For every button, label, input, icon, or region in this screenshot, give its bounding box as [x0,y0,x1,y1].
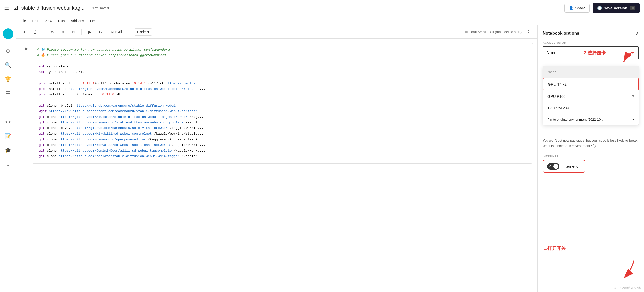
separator-2 [81,29,82,35]
arrow-annotation-1 [614,258,636,284]
code-comment-2: # 🔥 Please join our discord server https… [37,53,166,57]
content-area: + 🗑 ✂ ⧉ ⧉ ▶ ⏭ [16,25,644,292]
sidebar-icon-table[interactable]: ☰ [4,89,13,98]
code-pip-3: !pip [37,93,45,96]
panel-title: Notebook options [543,31,579,36]
dropdown-gpu-p100[interactable]: GPU P100 ▾ [543,90,639,102]
main-layout: + ⊕ 🔍 🏆 ☰ ⑂ <> 📝 🎓 ⌄ + 🗑 ✂ [0,25,644,292]
menu-view[interactable]: View [44,19,52,23]
dropdown-none[interactable]: None [543,66,639,78]
panel-header: Notebook options ∧ [543,30,639,36]
internet-status-text: Internet on [562,164,581,168]
code-git-4: !git [37,126,45,130]
menu-help[interactable]: Help [90,19,98,23]
menu-file[interactable]: File [20,19,26,23]
menubar: File Edit View Run Add-ons Help [0,16,644,25]
code-apt-2: !apt [37,70,45,74]
menu-icon[interactable]: ☰ [4,5,9,11]
accelerator-label: ACCELERATOR [543,41,639,44]
left-sidebar: + ⊕ 🔍 🏆 ☰ ⑂ <> 📝 🎓 ⌄ [0,25,16,292]
chevron-down-icon: ▾ [147,30,149,34]
session-dot [465,31,468,33]
menu-edit[interactable]: Edit [32,19,38,23]
paste-button[interactable]: ⧉ [70,29,77,35]
internet-toggle[interactable]: ✓ [547,163,559,170]
code-comment-1: # 🐦 Please follow me for new updates htt… [37,48,170,52]
share-button[interactable]: 👤 Share [564,4,590,13]
play-button[interactable]: ▶ [86,29,93,35]
sidebar-icon-branch[interactable]: ⑂ [4,103,13,112]
checkmark-icon: ✓ [549,164,551,168]
run-all-button[interactable]: Run All [108,29,125,35]
cell-run-button[interactable]: ▶ [23,46,29,52]
code-git-5: !git [37,132,45,136]
copy-button[interactable]: ⧉ [59,29,66,35]
code-git-9: !git [37,154,45,158]
code-wget: !wget [37,109,47,113]
separator-3 [129,29,129,35]
dropdown-pin-env[interactable]: Pin to original environment (2022-10-...… [543,114,639,125]
chevron-down-icon-p100: ▾ [632,94,634,99]
annotation-1-label: 1.打开开关 [544,245,566,251]
menu-addons[interactable]: Add-ons [71,19,84,23]
person-icon: 👤 [569,6,574,10]
add-code-button[interactable]: + [21,29,28,35]
accelerator-select[interactable]: None 2.选择显卡 ▼ [543,46,639,59]
plus-icon: + [6,30,10,37]
sidebar-icon-learn[interactable]: 🎓 [4,146,13,155]
chevron-down-icon: ▼ [631,51,635,55]
environment-info-text: You won't get new packages, but your cod… [543,138,639,149]
session-status: Draft Session off (run a cell to start) [465,30,522,34]
sidebar-icon-search[interactable]: 🔍 [4,60,13,70]
collapse-button[interactable]: ∧ [636,30,639,36]
plus-icon: + [23,30,26,34]
internet-section: INTERNET ✓ Internet on [543,155,639,173]
toggle-knob [553,164,558,169]
draft-status: Draft saved [90,6,109,10]
cut-icon: ✂ [51,30,54,34]
annotation-2: 2.选择显卡 [584,50,606,56]
play-icon: ▶ [88,30,91,34]
clock-icon: 🕐 [597,6,602,10]
code-pip-2: !pip [37,87,45,91]
topbar: ☰ zh-stable-diffusion-webui-kag... Draft… [0,0,644,16]
code-git-6: !git [37,138,45,141]
save-badge: 0 [630,6,635,10]
code-git-3: !git [37,121,45,124]
internet-label: INTERNET [543,155,639,158]
paste-icon: ⧉ [72,30,75,34]
sidebar-icon-trophy[interactable]: 🏆 [4,75,13,84]
cell-type-select[interactable]: Code ▾ [134,28,152,36]
accelerator-dropdown[interactable]: None GPU T4 x2 GPU P100 ▾ TPU VM v3-8 Pi… [543,66,639,125]
save-version-button[interactable]: 🕐 Save Version 0 [593,3,640,13]
code-git-7: !git [37,143,45,147]
more-options-button[interactable]: ⋮ [525,28,532,36]
sidebar-icon-chevron-down[interactable]: ⌄ [4,160,13,169]
sidebar-icon-notes[interactable]: 📝 [4,132,13,141]
internet-toggle-row: ✓ Internet on [543,160,585,173]
chevron-down-icon-pin: ▾ [632,118,634,121]
delete-button[interactable]: 🗑 [31,29,39,35]
menu-run[interactable]: Run [58,19,65,23]
cell-gutter: ▶ [16,43,32,52]
add-cell-button[interactable]: + [3,28,13,39]
dropdown-gpu-t4x2[interactable]: GPU T4 x2 [543,78,639,90]
sidebar-icon-compass[interactable]: ⊕ [4,46,13,55]
watermark: CSDN @程序员X小惠 [614,286,641,290]
code-cell-row: ▶ # 🐦 Please follow me for new updates h… [16,43,537,164]
skip-icon: ⏭ [99,30,103,34]
code-git-8: !git [37,149,45,153]
copy-icon: ⧉ [62,30,64,34]
notebook-title: zh-stable-diffusion-webui-kag... [14,5,84,11]
trash-icon: 🗑 [33,30,37,34]
cut-button[interactable]: ✂ [49,29,56,35]
code-pip-1: !pip [37,82,45,85]
sidebar-icon-code[interactable]: <> [4,117,13,126]
skip-button[interactable]: ⏭ [97,29,105,35]
toolbar: + 🗑 ✂ ⧉ ⧉ ▶ ⏭ [16,25,537,39]
cell-content[interactable]: # 🐦 Please follow me for new updates htt… [32,43,533,164]
separator-1 [44,29,44,35]
code-apt-1: !apt [37,64,45,68]
right-panel: Notebook options ∧ ACCELERATOR None 2.选择… [537,25,644,292]
dropdown-tpu-vm[interactable]: TPU VM v3-8 [543,102,639,114]
